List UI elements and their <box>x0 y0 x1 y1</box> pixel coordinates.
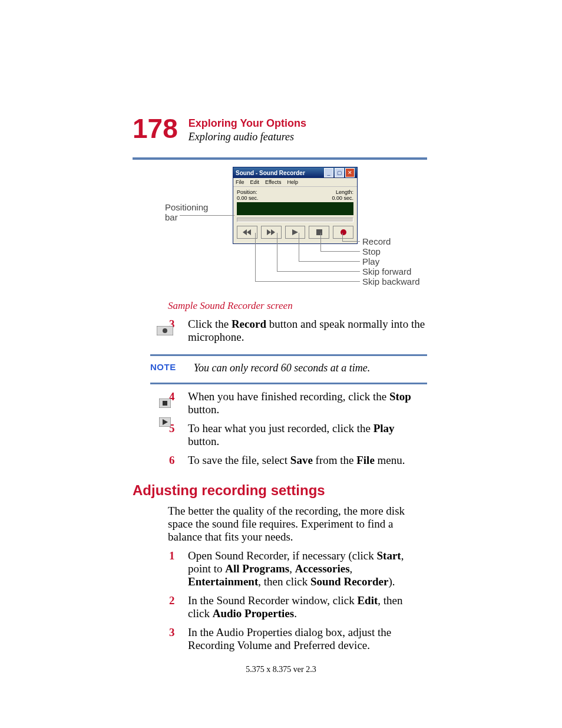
position-readout: Position: 0.00 sec. <box>237 189 259 201</box>
length-readout: Length: 0.00 sec. <box>332 189 353 201</box>
callout-line <box>320 251 360 252</box>
svg-point-1 <box>340 229 346 235</box>
callout-play: Play <box>362 256 379 266</box>
stop-icon <box>316 229 322 235</box>
callout-line <box>180 215 234 216</box>
callout-line <box>277 271 360 272</box>
section-heading: Adjusting recording settings <box>133 482 427 499</box>
callout-line <box>299 261 360 262</box>
step-5: 5 To hear what you just recorded, click … <box>168 422 427 448</box>
step-6: 6 To save the file, select Save from the… <box>168 454 427 467</box>
callout-stop: Stop <box>362 246 381 256</box>
skip-forward-icon <box>267 229 275 235</box>
callout-line <box>342 241 360 242</box>
positioning-bar[interactable] <box>237 218 353 222</box>
play-button[interactable] <box>285 226 306 239</box>
menu-effects[interactable]: Effects <box>265 179 281 185</box>
header-rule <box>133 157 427 160</box>
page-number: 178 <box>133 115 178 142</box>
play-icon <box>292 229 298 235</box>
section-title: Exploring audio features <box>189 131 306 143</box>
callout-line <box>255 281 360 282</box>
step-c1: 1 Open Sound Recorder, if necessary (cli… <box>168 549 427 588</box>
callout-line <box>277 233 277 271</box>
note-text: You can only record 60 seconds at a time… <box>194 362 370 374</box>
page-header: 178 Exploring Your Options Exploring aud… <box>133 115 427 143</box>
menu-bar: File Edit Effects Help <box>233 178 357 187</box>
window-title: Sound - Sound Recorder <box>236 170 305 176</box>
figure-caption: Sample Sound Recorder screen <box>168 300 427 312</box>
play-glyph-icon <box>155 416 175 428</box>
stop-glyph-icon <box>155 397 175 409</box>
body-paragraph: The better the quality of the recording,… <box>168 505 427 543</box>
callout-line <box>255 233 256 281</box>
step-3: 3 Click the Record button and speak norm… <box>168 318 427 344</box>
skip-backward-icon <box>243 229 251 235</box>
svg-rect-5 <box>163 401 167 406</box>
titlebar: Sound - Sound Recorder _ ▢ ✕ <box>233 167 357 178</box>
svg-point-3 <box>163 328 167 333</box>
skip-backward-button[interactable] <box>237 226 257 239</box>
skip-forward-button[interactable] <box>261 226 282 239</box>
callout-line <box>342 233 343 241</box>
callout-skip-backward: Skip backward <box>362 276 420 286</box>
menu-help[interactable]: Help <box>287 179 298 185</box>
callout-positioning-bar: Positioning bar <box>165 202 208 222</box>
page-footer: 5.375 x 8.375 ver 2.3 <box>0 665 562 674</box>
callout-record: Record <box>362 236 391 246</box>
callout-skip-forward: Skip forward <box>362 266 411 276</box>
minimize-icon[interactable]: _ <box>324 168 333 177</box>
record-icon <box>340 229 346 235</box>
waveform-display <box>237 202 353 215</box>
close-icon[interactable]: ✕ <box>345 168 355 177</box>
maximize-icon[interactable]: ▢ <box>335 168 344 177</box>
step-4: 4 When you have finished recording, clic… <box>168 390 427 416</box>
callout-line <box>299 233 299 261</box>
step-c3: 3 In the Audio Properties dialog box, ad… <box>168 626 427 652</box>
callout-line <box>320 233 321 251</box>
note-box: NOTE You can only record 60 seconds at a… <box>150 354 427 384</box>
stop-button[interactable] <box>309 226 329 239</box>
figure-sound-recorder: Sound - Sound Recorder _ ▢ ✕ File Edit E… <box>133 167 427 297</box>
sound-recorder-window: Sound - Sound Recorder _ ▢ ✕ File Edit E… <box>233 167 358 244</box>
menu-edit[interactable]: Edit <box>250 179 260 185</box>
step-c2: 2 In the Sound Recorder window, click Ed… <box>168 594 427 620</box>
record-glyph-icon <box>155 325 175 337</box>
chapter-title: Exploring Your Options <box>189 117 306 130</box>
menu-file[interactable]: File <box>236 179 244 185</box>
svg-rect-0 <box>316 229 322 235</box>
note-label: NOTE <box>150 362 176 372</box>
record-button[interactable] <box>333 226 353 239</box>
